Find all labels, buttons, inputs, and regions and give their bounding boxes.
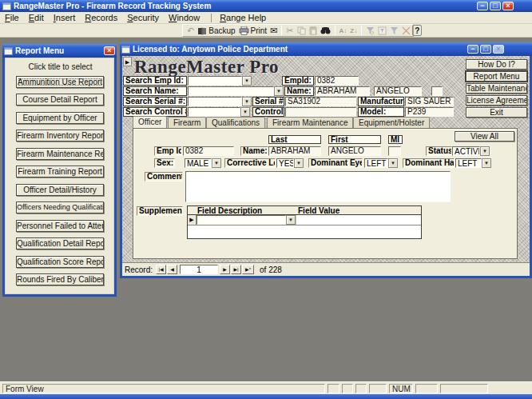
license-agreement-button[interactable]: License Agreement xyxy=(466,95,527,106)
minimize-icon[interactable]: − xyxy=(477,2,488,10)
report-button-firearm-inventory[interactable]: Firearm Inventory Report xyxy=(16,130,104,142)
new-record-icon[interactable]: ▶* xyxy=(242,265,254,274)
record-number-input[interactable] xyxy=(180,265,218,274)
report-button-qualification-score[interactable]: Qualification Score Report xyxy=(16,256,104,268)
search-name-combo[interactable]: ▼ xyxy=(188,86,284,96)
status-panel xyxy=(328,384,339,393)
tab-qualifications[interactable]: Qualifications xyxy=(206,117,265,128)
record-selector-icon[interactable]: ▶ xyxy=(123,57,132,66)
last-name-field[interactable]: ABRAHAM xyxy=(315,86,370,96)
dominant-eye-combo[interactable]: LEFT▼ xyxy=(364,158,398,168)
help-icon[interactable]: ? xyxy=(412,25,422,36)
menu-records[interactable]: Records xyxy=(80,12,122,23)
chevron-down-icon[interactable]: ▼ xyxy=(482,158,491,168)
backup-button[interactable]: Backup xyxy=(196,25,236,36)
empid-field[interactable]: 0382 xyxy=(315,76,359,86)
officer-first-field[interactable]: ANGELO xyxy=(328,146,381,156)
chevron-down-icon[interactable]: ▼ xyxy=(242,76,252,86)
menu-range-help[interactable]: Range Help xyxy=(215,12,271,23)
report-button-firearm-maintenance[interactable]: Firearm Maintenance Report xyxy=(16,148,104,160)
chevron-down-icon[interactable]: ▼ xyxy=(212,158,221,168)
report-menu-titlebar[interactable]: Report Menu × xyxy=(2,44,117,58)
filter-by-form-icon[interactable] xyxy=(376,25,388,36)
menu-window[interactable]: Window xyxy=(164,12,204,23)
menu-insert[interactable]: Insert xyxy=(49,12,81,23)
comments-textarea[interactable] xyxy=(185,171,451,202)
field-value-cell[interactable] xyxy=(296,215,421,225)
report-button-officer-detail-history[interactable]: Officer Detail/History xyxy=(16,184,104,196)
tab-officer[interactable]: Officer xyxy=(133,116,167,128)
how-do-i-button[interactable]: How Do I? xyxy=(466,59,527,70)
chevron-down-icon[interactable]: ▼ xyxy=(274,86,284,96)
search-emp-id-combo[interactable]: ▼ xyxy=(188,76,252,86)
menu-security[interactable]: Security xyxy=(122,12,164,23)
sort-descending-icon[interactable]: Z↓ xyxy=(348,25,359,36)
report-button-equipment-by-officer[interactable]: Equipment by Officer xyxy=(16,112,104,124)
sort-ascending-icon[interactable]: A↓ xyxy=(338,25,349,36)
model-field[interactable]: P239 xyxy=(405,107,454,117)
emp-id-field[interactable]: 0382 xyxy=(183,146,234,156)
copy-icon[interactable] xyxy=(296,25,308,36)
chevron-down-icon[interactable]: ▼ xyxy=(242,97,252,106)
close-icon[interactable]: × xyxy=(502,2,514,10)
first-record-icon[interactable]: |◀ xyxy=(156,265,166,274)
app-titlebar[interactable]: RangeMaster Pro - Firearm Record Trackin… xyxy=(0,0,532,12)
main-minimize-icon[interactable]: − xyxy=(467,45,478,54)
main-close-icon[interactable]: × xyxy=(493,45,504,54)
officer-last-field[interactable]: ABRAHAM xyxy=(268,146,321,156)
row-selector-icon[interactable]: ▶ xyxy=(188,215,197,225)
chevron-down-icon[interactable]: ▼ xyxy=(286,215,296,225)
filter-by-selection-icon[interactable] xyxy=(364,25,376,36)
dominant-hand-combo[interactable]: LEFT▼ xyxy=(455,158,491,168)
main-window-titlebar[interactable]: Licensed to: Anytown Police Department −… xyxy=(120,42,532,56)
report-button-ammunition-use[interactable]: Ammunition Use Report xyxy=(16,76,104,88)
remove-filter-icon[interactable] xyxy=(400,25,412,36)
mail-icon[interactable]: ✉ xyxy=(268,25,279,36)
paste-icon[interactable] xyxy=(308,25,319,36)
first-name-field[interactable]: ANGELO xyxy=(374,86,422,96)
chevron-down-icon[interactable]: ▼ xyxy=(240,107,250,117)
cut-icon[interactable]: ✂ xyxy=(284,25,295,36)
view-all-button[interactable]: View All xyxy=(455,131,514,142)
field-description-combo[interactable]: ▼ xyxy=(197,215,296,225)
report-button-qualification-detail[interactable]: Qualification Detail Report xyxy=(16,237,104,249)
report-menu-close-icon[interactable]: × xyxy=(104,46,115,55)
report-button-firearm-training[interactable]: Firearm Training Report xyxy=(16,166,104,178)
report-menu-button[interactable]: Report Menu xyxy=(466,71,527,82)
undo-icon[interactable]: ↶ xyxy=(185,25,196,36)
tab-equipment-holster[interactable]: Equipment/Holster xyxy=(353,117,430,128)
report-button-personnel-failed-to-attend[interactable]: Personnel Failed to Attend xyxy=(16,220,104,232)
maximize-icon[interactable]: □ xyxy=(490,2,501,10)
middle-initial-field[interactable] xyxy=(431,86,443,96)
sex-combo[interactable]: MALE▼ xyxy=(185,158,221,168)
apply-filter-icon[interactable] xyxy=(388,25,400,36)
menu-file[interactable]: File xyxy=(0,12,24,23)
tab-firearm-maintenance[interactable]: Firearm Maintenance xyxy=(267,117,353,128)
model-label: Model: xyxy=(358,107,404,117)
previous-record-icon[interactable]: ◀ xyxy=(167,265,177,274)
report-button-rounds-fired-by-caliber[interactable]: Rounds Fired By Caliber xyxy=(16,273,104,285)
corrective-lens-combo[interactable]: YES▼ xyxy=(276,158,304,168)
print-button[interactable]: Print xyxy=(237,25,269,36)
chevron-down-icon[interactable]: ▼ xyxy=(388,158,398,168)
search-control-combo[interactable]: ▼ xyxy=(188,107,250,117)
manufacturer-field[interactable]: SIG SAUER xyxy=(405,97,454,106)
search-serial-combo[interactable]: ▼ xyxy=(188,97,252,106)
chevron-down-icon[interactable]: ▼ xyxy=(294,158,304,168)
officer-mi-field[interactable] xyxy=(388,146,401,156)
main-maximize-icon[interactable]: □ xyxy=(480,45,491,54)
last-record-icon[interactable]: ▶| xyxy=(231,265,241,274)
table-maintenance-button[interactable]: Table Maintenance xyxy=(466,83,527,94)
report-button-course-detail[interactable]: Course Detail Report xyxy=(16,94,104,106)
tab-firearm[interactable]: Firearm xyxy=(168,117,206,128)
report-button-officers-needing-qualifications[interactable]: Officers Needing Qualifications xyxy=(16,201,104,213)
next-record-icon[interactable]: ▶ xyxy=(220,265,230,274)
serial-field[interactable]: SA31902 xyxy=(285,97,356,106)
record-navigator: Record: |◀ ◀ ▶ ▶| ▶* of 228 xyxy=(122,262,530,276)
chevron-down-icon[interactable]: ▼ xyxy=(480,146,490,156)
report-menu-instruction: Click title to select xyxy=(6,62,115,71)
menu-edit[interactable]: Edit xyxy=(24,12,49,23)
control-field[interactable] xyxy=(285,107,356,117)
status-combo[interactable]: ACTIVE▼ xyxy=(452,146,490,156)
find-icon[interactable] xyxy=(319,25,332,36)
